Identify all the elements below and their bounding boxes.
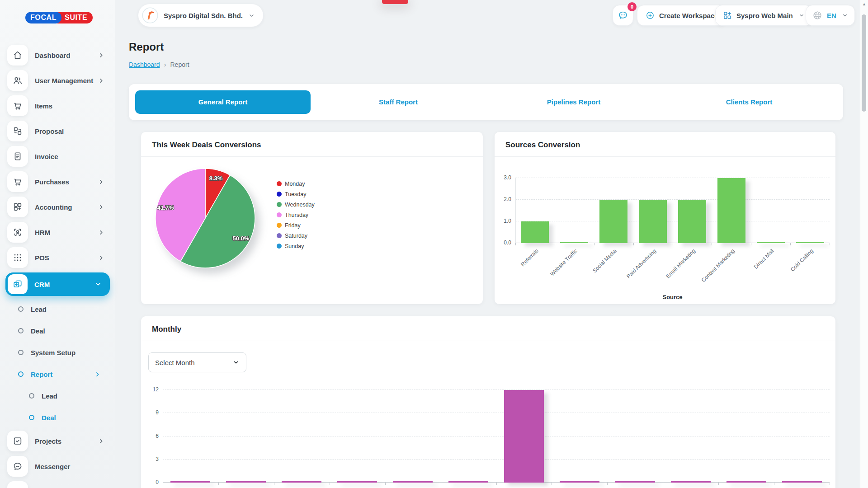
x-axis-tick xyxy=(330,483,330,485)
bar-9 xyxy=(615,481,655,483)
language-selector[interactable]: EN xyxy=(806,5,855,26)
y-axis-tick-label: 2.0 xyxy=(495,196,511,202)
sidebar-item-user-management[interactable]: User Management xyxy=(7,70,110,91)
workspace-switcher[interactable]: Syspro Web Main xyxy=(715,5,812,26)
sidebar-item-helpdesk[interactable]: Helpdesk xyxy=(7,481,110,488)
sidebar: FOCAL SUITE DashboardUser ManagementItem… xyxy=(0,0,115,488)
main-content: Report Dashboard › Report General Report… xyxy=(129,38,843,488)
scrollbar-up-arrow[interactable]: ▲ xyxy=(860,2,868,6)
logo-suite: SUITE xyxy=(57,12,93,23)
scrollbar-thumb[interactable] xyxy=(862,14,866,112)
sidebar-item-label: CRM xyxy=(34,281,50,288)
pos-icon xyxy=(7,247,28,268)
sidebar-item-items[interactable]: Items xyxy=(7,95,110,116)
projects-icon xyxy=(7,431,28,451)
x-axis-tick xyxy=(515,243,516,245)
x-axis-tick-label: Cold Calling xyxy=(789,248,815,273)
sidebar-item-projects[interactable]: Projects xyxy=(7,431,110,451)
workspace-switcher-label: Syspro Web Main xyxy=(736,12,793,19)
sidebar-item-purchases[interactable]: Purchases xyxy=(7,171,110,192)
sidebar-item-label: Lead xyxy=(42,392,57,400)
legend-swatch xyxy=(277,244,282,249)
bar-paid-advertising xyxy=(639,200,667,243)
legend-label: Tuesday xyxy=(285,191,306,197)
legend-swatch xyxy=(277,181,282,186)
legend-item-wednesday: Wednesday xyxy=(277,199,315,210)
x-axis-tick-label: Email Marketing xyxy=(665,248,697,280)
chat-button[interactable]: 0 xyxy=(613,5,633,26)
tab-pipelines-report[interactable]: Pipelines Report xyxy=(486,90,661,114)
top-toast-sliver xyxy=(382,0,408,4)
x-axis-tick xyxy=(712,243,712,245)
chevron-right-icon xyxy=(98,178,104,185)
sources-conversion-card: Sources Conversion 0.01.02.03.0Referrals… xyxy=(495,132,835,304)
y-axis-tick-label: 0.0 xyxy=(495,239,511,246)
sidebar-item-messenger[interactable]: Messenger xyxy=(7,456,110,477)
bar-direct-mail xyxy=(757,242,785,243)
gridline xyxy=(163,436,830,436)
tab-clients-report[interactable]: Clients Report xyxy=(661,90,837,114)
legend-item-saturday: Saturday xyxy=(277,230,315,241)
sidebar-item-accounting[interactable]: Accounting xyxy=(7,197,110,217)
create-workspace-button[interactable]: Create Workspace xyxy=(637,5,727,26)
x-axis-tick-label: Content Marketing xyxy=(700,248,736,283)
x-axis-tick-label: Paid Advertising xyxy=(625,248,657,280)
app-root: FOCAL SUITE DashboardUser ManagementItem… xyxy=(0,0,868,488)
legend-label: Wednesday xyxy=(285,202,315,208)
sidebar-item-deal[interactable]: Deal xyxy=(0,322,115,339)
breadcrumb: Dashboard › Report xyxy=(129,61,189,68)
sidebar-item-hrm[interactable]: HRM xyxy=(7,222,110,243)
sources-bar-chart: 0.01.02.03.0ReferralsWebsite TrafficSoci… xyxy=(495,160,835,304)
select-month-dropdown[interactable]: Select Month xyxy=(148,352,246,372)
chevron-down-icon xyxy=(232,359,240,366)
sidebar-item-report[interactable]: Report xyxy=(0,366,115,383)
x-axis-tick xyxy=(496,483,497,485)
legend-swatch xyxy=(277,212,282,217)
breadcrumb-separator: › xyxy=(164,61,166,68)
x-axis-tick xyxy=(790,243,791,245)
legend-label: Sunday xyxy=(285,243,304,249)
invoice-icon xyxy=(7,146,28,167)
gridline xyxy=(515,221,830,221)
bar-7 xyxy=(504,390,544,483)
sidebar-item-deal-sub[interactable]: Deal xyxy=(0,409,115,426)
x-axis-tick xyxy=(718,483,719,485)
chevron-down-icon xyxy=(842,12,848,19)
bullet-icon xyxy=(18,306,24,312)
workspace-selector[interactable]: Syspro Digital Sdn. Bhd. xyxy=(138,4,264,27)
sidebar-item-label: POS xyxy=(35,254,49,262)
sidebar-item-lead-sub[interactable]: Lead xyxy=(0,387,115,404)
legend-swatch xyxy=(277,223,282,228)
sidebar-item-dashboard[interactable]: Dashboard xyxy=(7,45,110,66)
chevron-right-icon xyxy=(98,438,104,445)
crm-icon xyxy=(8,274,28,294)
chevron-right-icon xyxy=(98,77,104,84)
bar-website-traffic xyxy=(560,242,588,243)
plus-circle-icon xyxy=(646,11,655,20)
tab-general-report[interactable]: General Report xyxy=(135,90,311,114)
y-axis-tick-label: 12 xyxy=(141,386,159,393)
sidebar-item-label: Deal xyxy=(42,414,56,422)
card-title: Monthly xyxy=(141,316,835,341)
sidebar-item-invoice[interactable]: Invoice xyxy=(7,146,110,167)
bar-12 xyxy=(782,481,822,483)
sidebar-item-label: HRM xyxy=(35,229,50,236)
sidebar-item-proposal[interactable]: Proposal xyxy=(7,121,110,141)
chevron-right-icon xyxy=(98,204,104,211)
legend-item-sunday: Sunday xyxy=(277,241,315,251)
x-axis-tick xyxy=(751,243,751,245)
divider xyxy=(495,156,835,157)
tab-staff-report[interactable]: Staff Report xyxy=(311,90,486,114)
proposal-icon xyxy=(7,121,28,141)
chevron-down-icon xyxy=(798,12,805,19)
bar-social-media xyxy=(599,200,627,243)
sidebar-item-pos[interactable]: POS xyxy=(7,247,110,268)
sidebar-item-system-setup[interactable]: System Setup xyxy=(0,344,115,361)
legend-label: Thursday xyxy=(285,212,308,218)
x-axis-tick-label: Social Media xyxy=(592,248,618,274)
accounting-icon xyxy=(7,197,28,217)
sidebar-item-crm[interactable]: CRM xyxy=(5,272,110,296)
sidebar-item-label: Dashboard xyxy=(35,52,70,59)
sidebar-item-lead[interactable]: Lead xyxy=(0,300,115,318)
breadcrumb-dashboard-link[interactable]: Dashboard xyxy=(129,61,160,68)
